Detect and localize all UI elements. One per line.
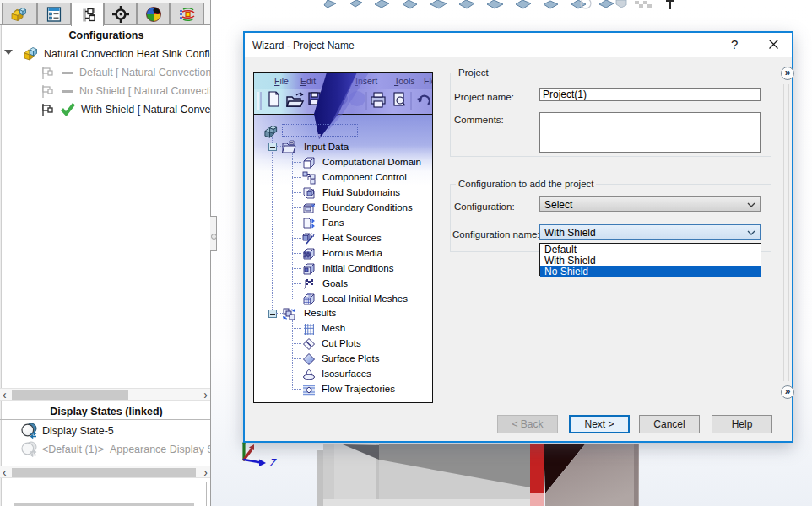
svg-text:Z: Z <box>269 457 277 469</box>
